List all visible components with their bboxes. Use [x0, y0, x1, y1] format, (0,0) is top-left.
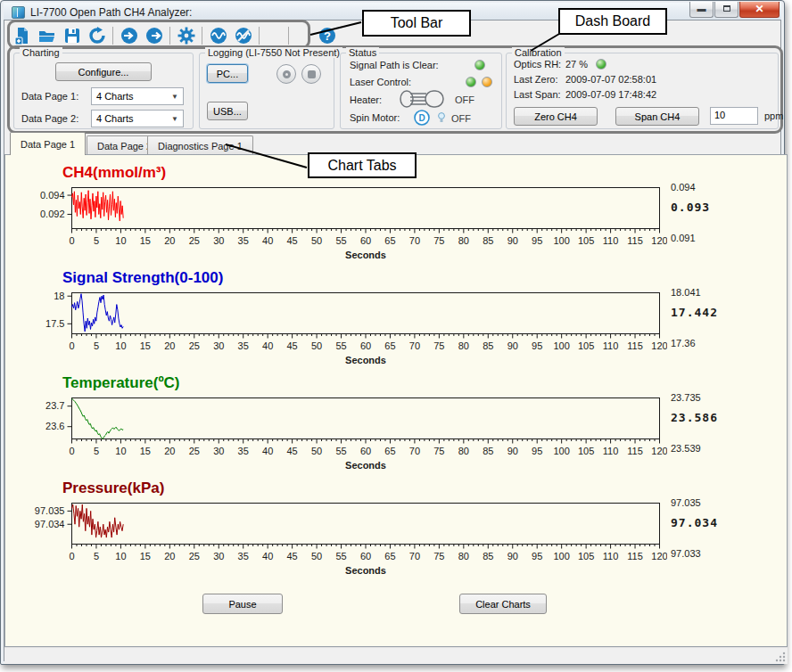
stop-button[interactable] [301, 64, 321, 84]
last-zero-label: Last Zero: [514, 74, 558, 85]
dashboard-callout: Dash Board [558, 8, 667, 35]
svg-text:0: 0 [69, 235, 74, 246]
tab-data-page-1[interactable]: Data Page 1 [10, 132, 86, 155]
svg-text:60: 60 [360, 551, 371, 561]
logging-group-title: Logging (LI-7550 Not Present) [205, 47, 342, 58]
svg-text:50: 50 [311, 340, 322, 351]
svg-text:0: 0 [69, 446, 74, 456]
svg-text:D: D [418, 113, 425, 123]
svg-text:50: 50 [311, 235, 322, 246]
record-icon [283, 70, 291, 78]
svg-text:20: 20 [164, 235, 175, 246]
chart-signal-max-value: 18.041 [671, 287, 701, 298]
status-group: Status Signal Path is Clear: Laser Contr… [340, 53, 502, 129]
svg-text:30: 30 [213, 340, 224, 351]
svg-text:0: 0 [69, 340, 74, 351]
chart-signal-plot: 0510152025303540455055606570758085909510… [5, 289, 667, 371]
svg-text:70: 70 [409, 340, 420, 351]
disconnect-icon[interactable] [144, 26, 163, 45]
svg-text:5: 5 [94, 446, 99, 456]
svg-text:70: 70 [409, 446, 420, 456]
svg-text:55: 55 [335, 340, 346, 351]
chart-temperature-title: Temperature(ºC) [62, 374, 180, 392]
help-icon[interactable]: ? [318, 26, 336, 45]
maximize-button[interactable] [714, 2, 738, 18]
chart-ch4-plot: 0510152025303540455055606570758085909510… [5, 184, 667, 266]
spin-motor-state: OFF [451, 113, 471, 124]
optics-rh-label: Optics RH: [514, 59, 561, 70]
svg-text:80: 80 [458, 446, 469, 456]
svg-text:105: 105 [578, 235, 594, 246]
configure-button[interactable]: Configure... [55, 62, 152, 81]
svg-text:0.092: 0.092 [40, 209, 65, 219]
heater-icon [396, 87, 448, 111]
settings-gear-icon[interactable] [177, 26, 195, 45]
svg-text:65: 65 [384, 235, 395, 246]
svg-text:5: 5 [94, 235, 99, 246]
record-button[interactable] [276, 64, 296, 84]
svg-text:30: 30 [213, 551, 224, 561]
data-page-1-select[interactable]: 4 Charts ▼ [91, 87, 184, 105]
wave-off-icon[interactable] [234, 26, 252, 45]
svg-text:10: 10 [115, 235, 126, 246]
svg-text:25: 25 [189, 446, 200, 456]
chart-temperature-min-value: 23.539 [671, 443, 701, 454]
svg-text:30: 30 [213, 235, 224, 246]
close-button[interactable]: ✕ [739, 2, 780, 18]
data-page-2-label: Data Page 2: [21, 113, 78, 124]
svg-text:10: 10 [115, 446, 126, 456]
resize-grip[interactable] [774, 651, 787, 663]
data-page-2-select[interactable]: 4 Charts ▼ [91, 110, 184, 127]
chart-temperature-max-value: 23.735 [671, 392, 701, 403]
svg-text:90: 90 [507, 551, 518, 561]
svg-text:35: 35 [238, 235, 249, 246]
chart-ch4: CH4(mmol/m³)0510152025303540455055606570… [5, 164, 788, 269]
connect-icon[interactable] [120, 26, 138, 45]
data-page-1-label: Data Page 1: [21, 91, 78, 102]
spin-motor-direction-icon[interactable]: D [414, 110, 430, 126]
toolbar-callout: Tool Bar [362, 10, 471, 37]
svg-text:75: 75 [433, 446, 444, 456]
pause-button[interactable]: Pause [202, 594, 283, 614]
wave-on-icon[interactable] [209, 26, 227, 45]
svg-text:120: 120 [651, 235, 667, 246]
charts-area: Pause Clear Charts CH4(mmol/m³)051015202… [4, 154, 788, 647]
zero-ch4-button[interactable]: Zero CH4 [514, 107, 598, 126]
clear-charts-button[interactable]: Clear Charts [459, 594, 547, 614]
svg-text:105: 105 [578, 340, 594, 351]
pc-logging-button[interactable]: PC... [207, 64, 248, 83]
chart-temperature-current-value: 23.586 [671, 411, 718, 424]
svg-text:35: 35 [238, 446, 249, 456]
svg-text:65: 65 [384, 551, 395, 561]
svg-text:110: 110 [603, 340, 619, 351]
svg-text:Seconds: Seconds [345, 355, 386, 365]
svg-text:90: 90 [507, 235, 518, 246]
app-window: LI-7700 Open Path CH4 Analyzer: ▬ ✕ [0, 0, 785, 665]
open-folder-icon[interactable] [37, 26, 56, 45]
app-icon [12, 6, 25, 19]
chart-temperature-plot: 0510152025303540455055606570758085909510… [5, 394, 667, 476]
minimize-button[interactable]: ▬ [689, 2, 714, 18]
svg-text:25: 25 [189, 235, 200, 246]
svg-text:17.5: 17.5 [45, 318, 64, 329]
laser-control-orange-led [482, 77, 492, 87]
span-ppm-input[interactable]: 10 [710, 107, 758, 125]
usb-logging-button[interactable]: USB... [207, 102, 248, 120]
sync-icon[interactable] [87, 26, 106, 45]
svg-text:80: 80 [458, 235, 469, 246]
svg-text:0: 0 [69, 551, 74, 561]
tab-diagnostics-page-1[interactable]: Diagnostics Page 1 [147, 135, 253, 155]
svg-text:110: 110 [603, 551, 619, 561]
chart-pressure-current-value: 97.034 [671, 516, 718, 529]
toolbar-separator [288, 27, 289, 45]
new-file-icon[interactable] [12, 26, 31, 45]
svg-text:120: 120 [651, 446, 667, 456]
span-ch4-button[interactable]: Span CH4 [615, 107, 699, 126]
save-icon[interactable] [62, 26, 81, 45]
svg-text:100: 100 [553, 235, 569, 246]
toolbar-separator [259, 27, 260, 45]
laser-control-label: Laser Control: [350, 77, 411, 87]
svg-text:95: 95 [532, 551, 542, 561]
signal-path-led [474, 60, 485, 70]
svg-text:55: 55 [335, 551, 346, 561]
